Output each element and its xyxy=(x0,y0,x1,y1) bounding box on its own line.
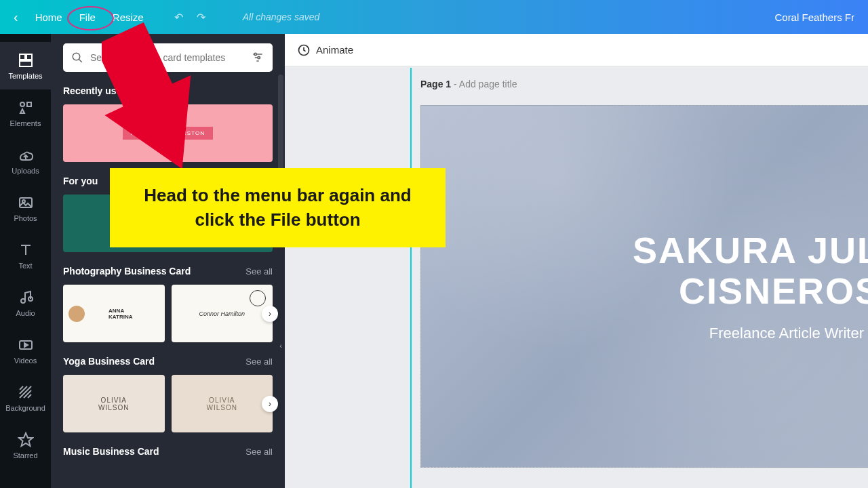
canvas-subtitle-text[interactable]: Freelance Article Writer xyxy=(709,325,868,342)
videos-icon xyxy=(18,337,34,353)
project-name[interactable]: Coral Feathers Fr xyxy=(774,12,854,23)
sidebar-uploads[interactable]: Uploads xyxy=(0,137,51,184)
svg-rect-4 xyxy=(27,102,31,106)
sidebar-photos[interactable]: Photos xyxy=(0,184,51,232)
templates-icon xyxy=(18,52,34,68)
photos-icon xyxy=(18,195,34,211)
background-icon xyxy=(18,384,34,401)
file-menu[interactable]: File xyxy=(79,12,96,23)
see-all-link[interactable]: See all xyxy=(245,357,273,367)
see-all-link[interactable]: See all xyxy=(245,266,273,277)
redo-button[interactable]: ↷ xyxy=(197,11,205,24)
audio-icon xyxy=(18,289,34,306)
page-label[interactable]: Page 1 - Add page title xyxy=(285,66,868,96)
animate-icon xyxy=(297,43,311,57)
sidebar-audio[interactable]: Audio xyxy=(0,279,51,327)
sidebar-videos[interactable]: Videos xyxy=(0,327,51,374)
svg-rect-1 xyxy=(26,54,32,60)
ruler-guide[interactable] xyxy=(410,68,412,488)
canvas-page[interactable]: SAKURA JUL CISNEROS Freelance Article Wr… xyxy=(420,105,868,468)
next-arrow[interactable]: › xyxy=(262,306,278,322)
search-icon xyxy=(71,52,83,64)
sidebar-starred[interactable]: Starred xyxy=(0,422,51,469)
svg-point-10 xyxy=(73,53,80,60)
see-all-link[interactable]: See all xyxy=(245,447,273,457)
sidebar-background[interactable]: Background xyxy=(0,374,51,422)
template-card[interactable]: Connor Hamilton xyxy=(172,285,273,342)
svg-rect-0 xyxy=(20,54,25,60)
canvas-toolbar: Animate xyxy=(285,34,868,66)
sidebar-text[interactable]: Text xyxy=(0,232,51,279)
home-menu[interactable]: Home xyxy=(35,12,62,23)
animate-button[interactable]: Animate xyxy=(297,43,353,57)
filter-icon[interactable] xyxy=(251,51,264,64)
section-yoga: Yoga Business Card See all xyxy=(63,356,273,367)
signature-icon xyxy=(250,290,266,306)
back-button[interactable]: ‹ xyxy=(14,9,18,25)
next-arrow[interactable]: › xyxy=(262,396,278,412)
callout-box: Head to the menu bar again and click the… xyxy=(110,168,446,247)
icon-sidebar: Templates Elements Uploads Photos Text A… xyxy=(0,34,51,488)
collapse-panel-button[interactable]: ‹ xyxy=(276,329,285,363)
callout-arrow xyxy=(102,20,197,176)
sidebar-elements[interactable]: Elements xyxy=(0,89,51,137)
starred-icon xyxy=(18,432,34,448)
save-status: All changes saved xyxy=(243,12,320,22)
canvas-area: Animate Page 1 - Add page title SAKURA J… xyxy=(285,34,868,488)
svg-rect-2 xyxy=(20,61,32,66)
elements-icon xyxy=(18,100,34,116)
template-card[interactable]: OLIVIA WILSON xyxy=(63,375,165,432)
sidebar-templates[interactable]: Templates xyxy=(0,42,51,89)
avatar xyxy=(68,306,85,322)
template-card[interactable]: ANNA KATRINA xyxy=(63,285,165,342)
text-icon xyxy=(18,242,34,258)
section-music: Music Business Card See all xyxy=(63,446,273,457)
canvas-title-text[interactable]: SAKURA JUL CISNEROS xyxy=(633,230,868,311)
svg-point-12 xyxy=(258,56,260,58)
section-photography: Photography Business Card See all xyxy=(63,266,273,277)
uploads-icon xyxy=(18,147,34,163)
svg-point-3 xyxy=(20,102,24,106)
template-card[interactable]: OLIVIA WILSON xyxy=(172,375,273,432)
svg-point-11 xyxy=(254,53,256,55)
